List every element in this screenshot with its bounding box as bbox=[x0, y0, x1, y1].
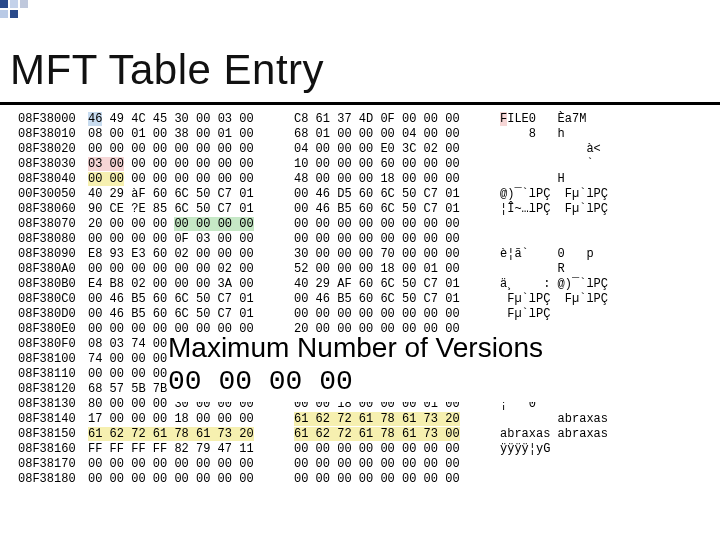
hex-row: 08F3802000 00 00 00 00 00 00 0004 00 00 … bbox=[18, 142, 660, 157]
hex-address: 08F380C0 bbox=[18, 292, 88, 307]
hex-bytes-1: 00 00 00 00 00 00 00 00 bbox=[88, 472, 288, 487]
svg-rect-2 bbox=[20, 0, 28, 8]
hex-bytes-1: 00 00 00 00 00 00 00 00 bbox=[88, 457, 288, 472]
hex-bytes-2: 61 62 72 61 78 61 73 00 bbox=[294, 427, 494, 442]
callout-label: Maximum Number of Versions bbox=[168, 332, 708, 364]
hex-address: 08F38060 bbox=[18, 202, 88, 217]
hex-ascii: abraxas bbox=[500, 412, 660, 427]
hex-row: 08F380D000 46 B5 60 6C 50 C7 0100 00 00 … bbox=[18, 307, 660, 322]
hex-bytes-1: 46 49 4C 45 30 00 03 00 bbox=[88, 112, 288, 127]
hex-ascii: ÿÿÿÿ¦yG bbox=[500, 442, 660, 457]
svg-rect-0 bbox=[0, 0, 8, 8]
hex-row: 08F3815061 62 72 61 78 61 73 2061 62 72 … bbox=[18, 427, 660, 442]
hex-row: 08F3801008 00 01 00 38 00 01 0068 01 00 … bbox=[18, 127, 660, 142]
hex-bytes-2: 00 46 B5 60 6C 50 C7 01 bbox=[294, 292, 494, 307]
hex-address: 08F380A0 bbox=[18, 262, 88, 277]
title-underline bbox=[0, 102, 720, 105]
svg-rect-4 bbox=[10, 10, 18, 18]
hex-address: 08F38160 bbox=[18, 442, 88, 457]
hex-address: 08F38120 bbox=[18, 382, 88, 397]
hex-address: 08F38130 bbox=[18, 397, 88, 412]
hex-address: 08F38110 bbox=[18, 367, 88, 382]
hex-address: 08F38020 bbox=[18, 142, 88, 157]
hex-bytes-1: 00 00 00 00 00 00 00 00 bbox=[88, 142, 288, 157]
hex-bytes-2: 00 00 00 00 00 00 00 00 bbox=[294, 457, 494, 472]
hex-row: 08F3817000 00 00 00 00 00 00 0000 00 00 … bbox=[18, 457, 660, 472]
hex-bytes-2: 40 29 AF 60 6C 50 C7 01 bbox=[294, 277, 494, 292]
hex-row: 08F38160FF FF FF FF 82 79 47 1100 00 00 … bbox=[18, 442, 660, 457]
hex-ascii: Fµ`lPÇ Fµ`lPÇ bbox=[500, 292, 660, 307]
slide-title-wrap: MFT Table Entry bbox=[10, 46, 324, 94]
hex-address: 08F38040 bbox=[18, 172, 88, 187]
hex-row: 08F3808000 00 00 00 0F 03 00 0000 00 00 … bbox=[18, 232, 660, 247]
hex-bytes-1: 08 00 01 00 38 00 01 00 bbox=[88, 127, 288, 142]
hex-ascii: FILE0 Èa7M bbox=[500, 112, 660, 127]
hex-ascii: H bbox=[500, 172, 660, 187]
hex-bytes-2: 04 00 00 00 E0 3C 02 00 bbox=[294, 142, 494, 157]
hex-ascii: abraxas abraxas bbox=[500, 427, 660, 442]
hex-address: 08F38080 bbox=[18, 232, 88, 247]
hex-dump: 08F3800046 49 4C 45 30 00 03 00C8 61 37 … bbox=[18, 112, 660, 487]
hex-bytes-1: E4 B8 02 00 00 00 3A 00 bbox=[88, 277, 288, 292]
hex-bytes-1: FF FF FF FF 82 79 47 11 bbox=[88, 442, 288, 457]
hex-address: 08F38030 bbox=[18, 157, 88, 172]
hex-row: 08F380B0E4 B8 02 00 00 00 3A 0040 29 AF … bbox=[18, 277, 660, 292]
hex-row: 08F3807020 00 00 00 00 00 00 0000 00 00 … bbox=[18, 217, 660, 232]
hex-bytes-1: 17 00 00 00 18 00 00 00 bbox=[88, 412, 288, 427]
hex-ascii: 8 h bbox=[500, 127, 660, 142]
hex-bytes-1: 40 29 àF 60 6C 50 C7 01 bbox=[88, 187, 288, 202]
hex-row: 08F3803003 00 00 00 00 00 00 0010 00 00 … bbox=[18, 157, 660, 172]
hex-bytes-2: 00 00 00 00 00 00 00 00 bbox=[294, 307, 494, 322]
hex-bytes-1: E8 93 E3 60 02 00 00 00 bbox=[88, 247, 288, 262]
hex-address: 08F380D0 bbox=[18, 307, 88, 322]
hex-bytes-1: 00 46 B5 60 6C 50 C7 01 bbox=[88, 307, 288, 322]
hex-address: 08F38000 bbox=[18, 112, 88, 127]
hex-ascii: ä¸ : @)¯`lPÇ bbox=[500, 277, 660, 292]
hex-bytes-1: 00 00 00 00 00 00 02 00 bbox=[88, 262, 288, 277]
hex-bytes-2: 10 00 00 00 60 00 00 00 bbox=[294, 157, 494, 172]
hex-bytes-1: 00 00 00 00 00 00 00 00 bbox=[88, 172, 288, 187]
hex-row: 08F3800046 49 4C 45 30 00 03 00C8 61 37 … bbox=[18, 112, 660, 127]
hex-ascii: R bbox=[500, 262, 660, 277]
slide-title: MFT Table Entry bbox=[10, 46, 324, 94]
callout-value: 00 00 00 00 bbox=[168, 366, 708, 397]
hex-row: 08F3806090 CE ?E 85 6C 50 C7 0100 46 B5 … bbox=[18, 202, 660, 217]
svg-rect-3 bbox=[0, 10, 8, 18]
hex-address: 08F38170 bbox=[18, 457, 88, 472]
hex-ascii: Fµ`lPÇ bbox=[500, 307, 660, 322]
hex-row: 08F3818000 00 00 00 00 00 00 0000 00 00 … bbox=[18, 472, 660, 487]
hex-row: 08F380A000 00 00 00 00 00 02 0052 00 00 … bbox=[18, 262, 660, 277]
hex-bytes-2: 00 00 00 00 00 00 00 00 bbox=[294, 232, 494, 247]
hex-address: 08F380B0 bbox=[18, 277, 88, 292]
hex-row: 08F380C000 46 B5 60 6C 50 C7 0100 46 B5 … bbox=[18, 292, 660, 307]
hex-address: 08F380E0 bbox=[18, 322, 88, 337]
hex-bytes-1: 90 CE ?E 85 6C 50 C7 01 bbox=[88, 202, 288, 217]
hex-bytes-2: 52 00 00 00 18 00 01 00 bbox=[294, 262, 494, 277]
hex-bytes-1: 03 00 00 00 00 00 00 00 bbox=[88, 157, 288, 172]
hex-bytes-1: 00 00 00 00 0F 03 00 00 bbox=[88, 232, 288, 247]
hex-bytes-2: 48 00 00 00 18 00 00 00 bbox=[294, 172, 494, 187]
hex-ascii: è¦ã` 0 p bbox=[500, 247, 660, 262]
hex-bytes-1: 00 46 B5 60 6C 50 C7 01 bbox=[88, 292, 288, 307]
hex-address: 08F380F0 bbox=[18, 337, 88, 352]
hex-row: 08F3804000 00 00 00 00 00 00 0048 00 00 … bbox=[18, 172, 660, 187]
hex-bytes-2: 61 62 72 61 78 61 73 20 bbox=[294, 412, 494, 427]
hex-address: 08F38150 bbox=[18, 427, 88, 442]
hex-address: 08F38090 bbox=[18, 247, 88, 262]
svg-rect-1 bbox=[10, 0, 18, 8]
hex-bytes-2: C8 61 37 4D 0F 00 00 00 bbox=[294, 112, 494, 127]
hex-row: 00F3005040 29 àF 60 6C 50 C7 0100 46 D5 … bbox=[18, 187, 660, 202]
hex-row: 08F38090E8 93 E3 60 02 00 00 0030 00 00 … bbox=[18, 247, 660, 262]
callout-box: Maximum Number of Versions 00 00 00 00 bbox=[168, 332, 708, 402]
hex-bytes-2: 00 46 D5 60 6C 50 C7 01 bbox=[294, 187, 494, 202]
hex-ascii: ` bbox=[500, 157, 660, 172]
hex-ascii: ¦Î~…lPÇ Fµ`lPÇ bbox=[500, 202, 660, 217]
hex-row: 08F3814017 00 00 00 18 00 00 0061 62 72 … bbox=[18, 412, 660, 427]
hex-bytes-2: 00 46 B5 60 6C 50 C7 01 bbox=[294, 202, 494, 217]
corner-decoration bbox=[0, 0, 60, 24]
hex-bytes-2: 68 01 00 00 00 04 00 00 bbox=[294, 127, 494, 142]
hex-bytes-2: 30 00 00 00 70 00 00 00 bbox=[294, 247, 494, 262]
hex-bytes-1: 61 62 72 61 78 61 73 20 bbox=[88, 427, 288, 442]
hex-bytes-2: 00 00 00 00 00 00 00 00 bbox=[294, 472, 494, 487]
hex-ascii: @)¯`lPÇ Fµ`lPÇ bbox=[500, 187, 660, 202]
